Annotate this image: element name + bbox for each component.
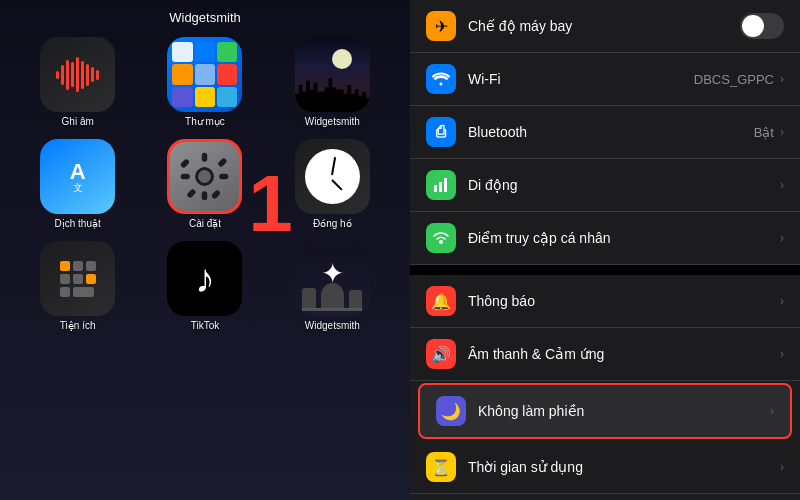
app-icon-widgetsmith-star: ✦ (295, 241, 370, 316)
row-content-cellular: Di động › (468, 177, 784, 193)
settings-row-notifications[interactable]: 🔔 Thông báo › (410, 275, 800, 328)
row-icon-hotspot (426, 223, 456, 253)
row-content-do-not-disturb: Không làm phiền › (478, 403, 774, 419)
settings-row-screen-time[interactable]: ⏳ Thời gian sử dụng › (410, 441, 800, 494)
svg-rect-1 (202, 153, 208, 162)
row-right-wifi: DBCS_GPPC › (694, 72, 784, 87)
section-gap-1 (410, 265, 800, 275)
star-scene: ✦ (295, 241, 370, 316)
row-label-wifi: Wi-Fi (468, 71, 501, 87)
settings-row-do-not-disturb[interactable]: 🌙 Không làm phiền › 2 (418, 383, 792, 439)
app-icon-folder (167, 37, 242, 112)
row-content-notifications: Thông báo › (468, 293, 784, 309)
svg-rect-13 (444, 178, 447, 192)
row-label-do-not-disturb: Không làm phiền (478, 403, 584, 419)
app-item-folder[interactable]: Thư mục (147, 37, 262, 127)
row-right-notifications: › (780, 294, 784, 308)
left-title: Widgetsmith (169, 10, 241, 25)
row-content-hotspot: Điểm truy cập cá nhân › (468, 230, 784, 246)
svg-rect-7 (187, 188, 197, 198)
app-label-folder: Thư mục (185, 116, 225, 127)
city-silhouette (295, 67, 370, 112)
settings-row-hotspot[interactable]: Điểm truy cập cá nhân › (410, 212, 800, 265)
app-label-settings: Cài đặt (189, 218, 221, 229)
row-right-do-not-disturb: › (770, 404, 774, 418)
row-content-bluetooth: Bluetooth Bật › (468, 124, 784, 140)
moon (332, 49, 352, 69)
app-item-clock[interactable]: Đồng hồ (275, 139, 390, 229)
settings-row-bluetooth[interactable]: ⎙ Bluetooth Bật › (410, 106, 800, 159)
app-label-translate: Dịch thuật (55, 218, 101, 229)
app-item-widgetsmith-night[interactable]: Widgetsmith (275, 37, 390, 127)
app-icon-utilities (40, 241, 115, 316)
row-right-sounds: › (780, 347, 784, 361)
row-label-notifications: Thông báo (468, 293, 535, 309)
toggle-airplane[interactable] (740, 13, 784, 39)
app-icon-voice-memo (40, 37, 115, 112)
row-icon-notifications: 🔔 (426, 286, 456, 316)
night-sky-scene (295, 37, 370, 112)
app-label-tiktok: TikTok (191, 320, 220, 331)
settings-row-cellular[interactable]: Di động › (410, 159, 800, 212)
app-label-clock: Đồng hồ (313, 218, 352, 229)
row-icon-wifi (426, 64, 456, 94)
left-panel: Widgetsmith Ghi âm (0, 0, 410, 500)
row-content-sounds: Âm thanh & Cảm ứng › (468, 346, 784, 362)
app-item-voice-memo[interactable]: Ghi âm (20, 37, 135, 127)
chevron-do-not-disturb: › (770, 404, 774, 418)
clock-face (305, 149, 360, 204)
row-label-cellular: Di động (468, 177, 517, 193)
app-item-widgetsmith-star[interactable]: ✦ Widgetsmith (275, 241, 390, 331)
svg-point-10 (199, 170, 212, 183)
row-icon-airplane: ✈ (426, 11, 456, 41)
row-right-screen-time: › (780, 460, 784, 474)
row-right-bluetooth: Bật › (754, 125, 784, 140)
chevron-cellular: › (780, 178, 784, 192)
chevron-hotspot: › (780, 231, 784, 245)
wave-bars (56, 57, 99, 92)
folder-inner (167, 37, 242, 112)
gear-svg (177, 149, 232, 204)
app-item-translate[interactable]: A 文 Dịch thuật (20, 139, 135, 229)
row-icon-bluetooth: ⎙ (426, 117, 456, 147)
row-content-airplane: Chế độ máy bay (468, 13, 784, 39)
chevron-bluetooth: › (780, 125, 784, 139)
chevron-notifications: › (780, 294, 784, 308)
svg-point-14 (439, 240, 443, 244)
row-label-bluetooth: Bluetooth (468, 124, 527, 140)
row-label-sounds: Âm thanh & Cảm ứng (468, 346, 604, 362)
right-panel: ✈ Chế độ máy bay Wi-Fi DBCS_GPPC › ⎙ Blu… (410, 0, 800, 500)
chevron-screen-time: › (780, 460, 784, 474)
svg-rect-6 (211, 189, 221, 199)
svg-rect-5 (180, 158, 190, 168)
row-content-wifi: Wi-Fi DBCS_GPPC › (468, 71, 784, 87)
app-grid: Ghi âm Thư mục (10, 37, 400, 331)
bluetooth-value: Bật (754, 125, 774, 140)
app-icon-clock (295, 139, 370, 214)
app-icon-settings (167, 139, 242, 214)
app-icon-widgetsmith-night (295, 37, 370, 112)
app-icon-translate: A 文 (40, 139, 115, 214)
app-label-widgetsmith-star: Widgetsmith (305, 320, 360, 331)
app-label-widgetsmith-night: Widgetsmith (305, 116, 360, 127)
toggle-knob-airplane (742, 15, 764, 37)
svg-rect-11 (434, 185, 437, 192)
chevron-wifi: › (780, 72, 784, 86)
tiktok-logo: ♪ (195, 256, 215, 301)
settings-row-airplane[interactable]: ✈ Chế độ máy bay (410, 0, 800, 53)
app-item-utilities[interactable]: Tiện ích (20, 241, 135, 331)
settings-row-wifi[interactable]: Wi-Fi DBCS_GPPC › (410, 53, 800, 106)
app-label-utilities: Tiện ích (60, 320, 96, 331)
settings-row-sounds[interactable]: 🔊 Âm thanh & Cảm ứng › (410, 328, 800, 381)
row-right-airplane (740, 13, 784, 39)
wifi-value: DBCS_GPPC (694, 72, 774, 87)
svg-rect-2 (202, 191, 208, 200)
app-item-settings[interactable]: Cài đặt 1 (147, 139, 262, 229)
row-label-hotspot: Điểm truy cập cá nhân (468, 230, 611, 246)
app-label-voice-memo: Ghi âm (62, 116, 94, 127)
row-icon-screen-time: ⏳ (426, 452, 456, 482)
row-label-screen-time: Thời gian sử dụng (468, 459, 583, 475)
nativity-scene (302, 281, 362, 311)
app-item-tiktok[interactable]: ♪ TikTok (147, 241, 262, 331)
row-icon-do-not-disturb: 🌙 (436, 396, 466, 426)
